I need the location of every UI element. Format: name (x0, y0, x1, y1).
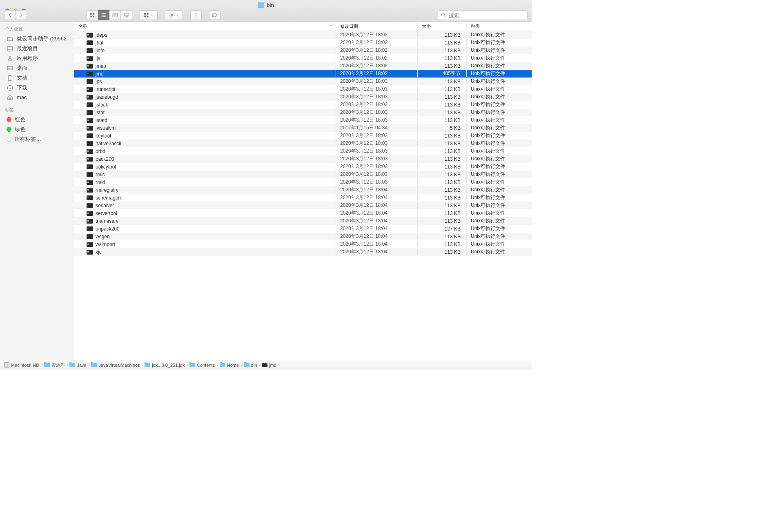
file-row[interactable]: serialver2020年3月12日 18:04113 KBUnix可执行文件 (74, 202, 532, 209)
file-size-label: 113 KB (417, 117, 466, 123)
file-row[interactable]: tnameserv2020年3月12日 18:04113 KBUnix可执行文件 (74, 217, 532, 225)
sidebar-tag-red[interactable]: 红色 (0, 115, 74, 124)
path-item[interactable]: Home (220, 363, 239, 368)
share-button[interactable] (190, 10, 202, 20)
nav-group (4, 10, 27, 20)
column-header-kind[interactable]: 种类 (466, 23, 532, 29)
file-name-label: rmid (96, 180, 105, 185)
file-size-label: 113 KB (417, 133, 466, 139)
sidebar-item-documents[interactable]: 文稿 (0, 73, 74, 83)
file-date-label: 2020年3月12日 18:03 (336, 93, 417, 100)
chevron-left-icon (7, 12, 13, 18)
file-row[interactable]: orbd2020年3月12日 18:03113 KBUnix可执行文件 (74, 147, 532, 155)
sidebar-item-downloads[interactable]: 下载 (0, 83, 74, 93)
svg-rect-7 (113, 13, 114, 17)
path-item[interactable]: Contents (189, 363, 215, 368)
file-row[interactable]: wsgen2020年3月12日 18:04113 KBUnix可执行文件 (74, 233, 532, 240)
file-row[interactable]: jps2020年3月12日 18:03113 KBUnix可执行文件 (74, 78, 532, 85)
file-date-label: 2020年3月12日 18:03 (336, 86, 417, 93)
search-field[interactable] (438, 10, 528, 20)
file-size-label: 113 KB (417, 79, 466, 84)
sidebar-tag-all[interactable]: 所有标签… (0, 134, 74, 144)
sidebar-tag-green[interactable]: 绿色 (0, 124, 74, 134)
exec-icon (87, 172, 93, 177)
column-header-name[interactable]: 名称 ⌃ (74, 23, 336, 29)
sidebar-item-label: 最近项目 (17, 45, 38, 52)
column-header-size[interactable]: 大小 (417, 23, 466, 29)
file-row[interactable]: policytool2020年3月12日 18:03113 KBUnix可执行文… (74, 163, 532, 171)
file-list[interactable]: jdeps2020年3月12日 18:02113 KBUnix可执行文件jhat… (74, 31, 532, 360)
column-view-button[interactable] (109, 10, 121, 20)
file-row[interactable]: jstat2020年3月12日 18:03113 KBUnix可执行文件 (74, 109, 532, 116)
file-date-label: 2020年3月12日 18:04 (336, 210, 417, 217)
file-row[interactable]: jhat2020年3月12日 18:02113 KBUnix可执行文件 (74, 39, 532, 47)
tag-dot-icon (7, 127, 11, 132)
sidebar-item-desktop[interactable]: 桌面 (0, 63, 74, 73)
file-row[interactable]: jmap2020年3月12日 18:02113 KBUnix可执行文件 (74, 62, 532, 70)
file-row[interactable]: rmiregistry2020年3月12日 18:04113 KBUnix可执行… (74, 186, 532, 194)
exec-icon (87, 133, 93, 138)
file-row[interactable]: jstack2020年3月12日 18:03113 KBUnix可执行文件 (74, 101, 532, 109)
svg-rect-3 (93, 16, 94, 17)
file-row[interactable]: rmid2020年3月12日 18:03113 KBUnix可执行文件 (74, 178, 532, 186)
file-row[interactable]: jvisualvm2017年1月15日 04:345 KBUnix可执行文件 (74, 124, 532, 132)
path-separator-icon: › (88, 363, 90, 368)
path-item[interactable]: 资源库 (44, 362, 65, 368)
file-name-label: policytool (96, 164, 116, 170)
icon-view-button[interactable] (87, 10, 98, 20)
arrange-group (140, 10, 158, 20)
file-row[interactable]: jjs2020年3月12日 18:02113 KBUnix可执行文件 (74, 54, 532, 62)
file-row[interactable]: jmc2020年3月12日 18:02405字节Unix可执行文件 (74, 70, 532, 78)
file-name-label: rmic (96, 172, 105, 177)
file-name-label: jmap (96, 63, 106, 69)
sidebar-item-recent[interactable]: 最近项目 (0, 44, 74, 53)
file-row[interactable]: servertool2020年3月12日 18:04113 KBUnix可执行文… (74, 209, 532, 217)
svg-rect-11 (125, 16, 125, 17)
path-item[interactable]: jdk1.8.0_251.jdk (145, 363, 185, 368)
file-row[interactable]: jinfo2020年3月12日 18:02113 KBUnix可执行文件 (74, 47, 532, 54)
arrange-button[interactable] (140, 10, 158, 20)
file-size-label: 113 KB (417, 203, 466, 208)
file-row[interactable]: wsimport2020年3月12日 18:04113 KBUnix可执行文件 (74, 240, 532, 248)
file-row[interactable]: native2ascii2020年3月12日 18:03113 KBUnix可执… (74, 140, 532, 147)
tag-button[interactable] (209, 10, 220, 20)
path-item[interactable]: bin (244, 363, 257, 368)
list-view-button[interactable] (98, 10, 109, 20)
chevron-down-icon (175, 12, 179, 18)
file-size-label: 113 KB (417, 187, 466, 193)
path-item[interactable]: JavaVirtualMachines (91, 363, 140, 368)
file-row[interactable]: keytool2020年3月12日 18:03113 KBUnix可执行文件 (74, 132, 532, 140)
file-row[interactable]: pack2002020年3月12日 18:03113 KBUnix可执行文件 (74, 155, 532, 163)
file-name-label: tnameserv (96, 218, 118, 224)
file-row[interactable]: jdeps2020年3月12日 18:02113 KBUnix可执行文件 (74, 31, 532, 39)
file-date-label: 2020年3月12日 18:03 (336, 101, 417, 108)
back-button[interactable] (4, 10, 16, 20)
grid-icon (89, 12, 96, 18)
sidebar-item-label: 文稿 (17, 74, 27, 82)
file-row[interactable]: jsadebugd2020年3月12日 18:03113 KBUnix可执行文件 (74, 93, 532, 101)
file-date-label: 2020年3月12日 18:02 (336, 62, 417, 69)
exec-icon (87, 64, 93, 69)
file-row[interactable]: rmic2020年3月12日 18:03113 KBUnix可执行文件 (74, 171, 532, 178)
file-row[interactable]: unpack2002020年3月12日 18:04127 KBUnix可执行文件 (74, 225, 532, 233)
sidebar-item-label: 绿色 (15, 126, 25, 133)
search-icon (441, 12, 446, 18)
sidebar-item-weiyun[interactable]: 微云同步助手 (29562... (0, 34, 74, 44)
sidebar-item-home[interactable]: mac (0, 93, 74, 102)
path-item[interactable]: Macintosh HD (4, 362, 39, 368)
column-header-date[interactable]: 修改日期 (336, 23, 417, 29)
file-row[interactable]: jrunscript2020年3月12日 18:03113 KBUnix可执行文… (74, 85, 532, 93)
file-row[interactable]: xjc2020年3月12日 18:04113 KBUnix可执行文件 (74, 248, 532, 256)
sidebar-item-applications[interactable]: 应用程序 (0, 53, 74, 63)
search-input[interactable] (449, 12, 525, 18)
exec-icon (87, 226, 93, 231)
forward-button[interactable] (16, 10, 27, 20)
path-item[interactable]: Java (69, 363, 86, 368)
file-row[interactable]: jstatd2020年3月12日 18:03113 KBUnix可执行文件 (74, 116, 532, 124)
action-button[interactable] (165, 10, 183, 20)
file-row[interactable]: schemagen2020年3月12日 18:04113 KBUnix可执行文件 (74, 194, 532, 202)
gallery-view-button[interactable] (121, 10, 132, 20)
path-item[interactable]: jmc (262, 363, 276, 368)
svg-rect-8 (114, 13, 116, 17)
file-date-label: 2020年3月12日 18:02 (336, 47, 417, 54)
